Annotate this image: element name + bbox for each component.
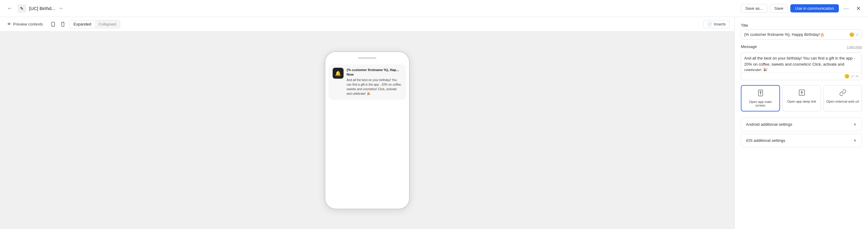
title-label: Title [741, 23, 862, 28]
topbar: ← ✎ [UC] Birthd... ✏ Save as... Save Use… [0, 0, 868, 17]
more-options-button[interactable]: ⋯ [841, 4, 851, 13]
notification-app-icon: 🔔 [333, 68, 344, 79]
preview-area: 👁 Preview contexts Expanded Collapsed [0, 17, 735, 229]
more-icon: ⋯ [843, 5, 849, 12]
svg-rect-3 [63, 23, 63, 23]
device-icons [49, 20, 67, 29]
main-layout: 👁 Preview contexts Expanded Collapsed [0, 17, 868, 229]
message-textarea[interactable] [741, 53, 862, 71]
svg-point-1 [53, 25, 54, 26]
right-panel: Title 🙂 ⤢ Message 138/1500 🙂 ⤢ ✏ [735, 17, 868, 229]
save-as-button[interactable]: Save as... [741, 4, 768, 13]
back-icon: ← [7, 5, 12, 11]
message-textarea-wrap: 🙂 ⤢ ✏ [741, 53, 862, 80]
android-settings-accordion: Android additional settings ▼ [741, 118, 862, 131]
cta-open-deep-link[interactable]: Open app deep link [782, 85, 821, 111]
back-button[interactable]: ← [5, 4, 14, 13]
phone-icon[interactable] [49, 20, 57, 29]
preview-contexts-label: Preview contexts [13, 22, 43, 26]
use-in-communication-button[interactable]: Use in communication [790, 4, 839, 12]
phone-frame: 🔔 {% customer firstname %}, Hap... Now A… [325, 51, 410, 209]
preview-toolbar: 👁 Preview contexts Expanded Collapsed [0, 17, 735, 32]
eye-icon: 👁 [7, 22, 11, 26]
cta-open-app-main[interactable]: Open app main screen [741, 85, 780, 111]
title-edit-icon[interactable]: ✏ [58, 5, 64, 12]
cta-deep-link-label: Open app deep link [787, 99, 816, 103]
close-icon: ✕ [856, 5, 861, 12]
textarea-expand-icon[interactable]: ⤢ [851, 74, 854, 79]
cta-buttons: Open app main screen Open app deep link … [741, 85, 862, 111]
cta-open-app-label: Open app main screen [744, 100, 777, 107]
title-input-row: 🙂 ⤢ [741, 29, 862, 39]
notification-content: {% customer firstname %}, Hap... Now And… [347, 68, 402, 96]
document-title: [UC] Birthd... [29, 6, 55, 11]
textarea-emoji-icon[interactable]: 🙂 [844, 74, 849, 79]
mobile-icon[interactable] [59, 20, 67, 29]
topbar-right: Save as... Save Use in communication ⋯ ✕ [741, 4, 863, 13]
view-toggle: Expanded Collapsed [69, 20, 120, 28]
expanded-view-button[interactable]: Expanded [70, 20, 95, 28]
notification-card: 🔔 {% customer firstname %}, Hap... Now A… [329, 65, 405, 99]
save-button[interactable]: Save [770, 4, 788, 13]
android-settings-title: Android additional settings [746, 122, 793, 127]
inserts-label: Inserts [714, 22, 726, 26]
topbar-left: ← ✎ [UC] Birthd... ✏ [5, 4, 64, 13]
preview-toolbar-left: 👁 Preview contexts Expanded Collapsed [5, 20, 120, 29]
android-settings-arrow: ▼ [853, 122, 857, 127]
message-header: Message 138/1500 [741, 44, 862, 51]
phone-notch [358, 57, 376, 59]
cta-web-url-label: Open external web url [827, 99, 859, 103]
doc-icon: ✎ [18, 4, 26, 13]
bell-icon: 🔔 [335, 70, 341, 76]
android-settings-header[interactable]: Android additional settings ▼ [741, 118, 862, 131]
emoji-icon[interactable]: 🙂 [849, 32, 854, 37]
inserts-icon: 📄 [707, 22, 712, 26]
notification-title: {% customer firstname %}, Hap... Now [347, 68, 402, 77]
cta-open-web-url[interactable]: Open external web url [824, 85, 862, 111]
ios-settings-accordion: iOS additional settings ▼ [741, 134, 862, 147]
title-input-icons: 🙂 ⤢ [847, 32, 862, 37]
collapsed-view-button[interactable]: Collapsed [95, 20, 120, 28]
char-count: 138/1500 [847, 46, 862, 50]
ios-settings-arrow: ▼ [853, 139, 857, 143]
ios-settings-header[interactable]: iOS additional settings ▼ [741, 134, 862, 147]
ios-settings-title: iOS additional settings [746, 138, 785, 143]
notification-body: And all the best on your birthday! You c… [347, 78, 402, 96]
preview-contexts-button[interactable]: 👁 Preview contexts [5, 20, 45, 28]
message-label: Message [741, 44, 757, 49]
title-field-group: Title 🙂 ⤢ [741, 23, 862, 39]
inserts-button[interactable]: 📄 Inserts [703, 20, 730, 28]
web-url-icon [839, 89, 846, 98]
phone-container: 🔔 {% customer firstname %}, Hap... Now A… [0, 32, 735, 229]
message-field-group: Message 138/1500 🙂 ⤢ ✏ [741, 44, 862, 80]
open-app-icon [757, 89, 764, 98]
expand-icon[interactable]: ⤢ [856, 32, 859, 37]
textarea-edit-icon[interactable]: ✏ [856, 74, 859, 79]
textarea-icons: 🙂 ⤢ ✏ [741, 72, 862, 80]
edit-doc-icon: ✎ [20, 6, 24, 11]
title-input[interactable] [741, 30, 847, 39]
deep-link-icon [798, 89, 805, 98]
close-button[interactable]: ✕ [854, 4, 863, 13]
